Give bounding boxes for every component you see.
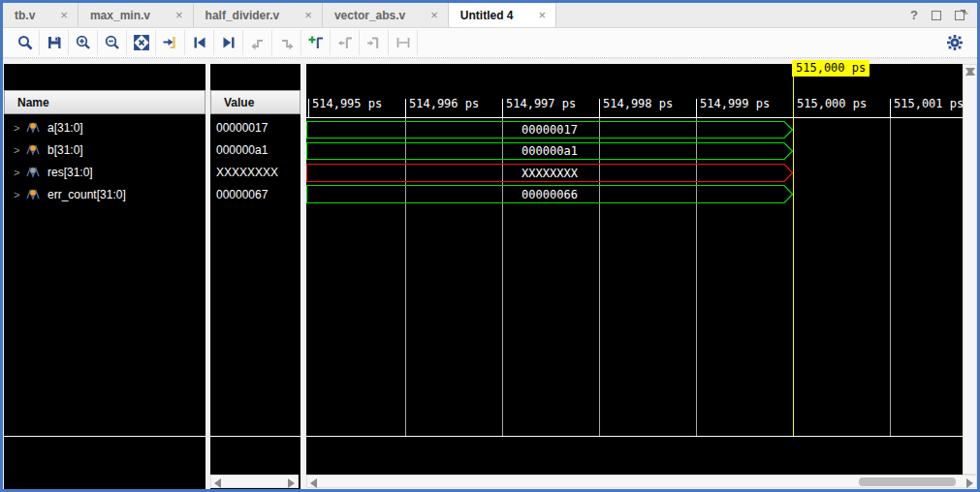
scroll-right-icon[interactable] <box>966 478 973 488</box>
wave-window-body: Name > a[31:0] > b[31:0] > <box>3 59 977 489</box>
search-button[interactable] <box>11 30 40 55</box>
tab-max-min-v[interactable]: max_min.v × <box>79 3 194 27</box>
value-column-header[interactable]: Value <box>210 90 300 114</box>
time-ruler[interactable]: 514,995 ps 514,996 ps 514,997 ps 514,998… <box>306 97 963 118</box>
expand-icon[interactable]: > <box>14 144 21 156</box>
previous-marker-icon <box>336 34 354 51</box>
bus-signal-icon <box>26 166 42 178</box>
signal-row-res[interactable]: > res[31:0] <box>4 161 205 183</box>
value-horizontal-scrollbar[interactable] <box>210 475 299 488</box>
close-icon[interactable]: × <box>175 8 183 22</box>
zoom-fit-button[interactable] <box>127 30 156 55</box>
tab-label: half_divider.v <box>205 9 280 22</box>
signal-name-panel: Name > a[31:0] > b[31:0] > <box>4 64 205 489</box>
signal-name: b[31:0] <box>47 143 83 157</box>
previous-transition-button[interactable] <box>185 30 214 55</box>
signal-value: XXXXXXXX <box>210 161 300 183</box>
zoom-fit-icon <box>133 34 150 51</box>
next-edge-button <box>272 30 301 55</box>
wave-toolbar <box>3 28 977 58</box>
signal-value: 00000067 <box>210 183 300 205</box>
next-marker-button <box>360 30 389 55</box>
signal-row-err-count[interactable]: > err_count[31:0] <box>4 183 205 205</box>
signal-name: err_count[31:0] <box>47 188 126 201</box>
signal-value: 00000017 <box>210 116 300 138</box>
save-waveform-button[interactable] <box>40 30 69 55</box>
gear-icon <box>946 34 964 51</box>
bus-value-label: XXXXXXXX <box>522 167 579 180</box>
panel-divider-line <box>210 436 300 437</box>
scroll-left-icon[interactable] <box>310 478 317 488</box>
tab-half-divider-v[interactable]: half_divider.v × <box>194 3 323 27</box>
search-icon <box>16 34 34 51</box>
next-transition-icon <box>220 34 237 51</box>
close-icon[interactable]: × <box>430 8 438 22</box>
go-to-cursor-icon <box>162 34 179 51</box>
close-icon[interactable]: × <box>304 8 312 22</box>
close-icon[interactable]: × <box>60 8 68 22</box>
zoom-out-button[interactable] <box>98 30 127 55</box>
expand-icon[interactable]: > <box>14 122 21 134</box>
bus-value-label: 000000a1 <box>522 144 578 158</box>
waveform-viewer-window: tb.v × max_min.v × half_divider.v × vect… <box>0 0 980 492</box>
tab-untitled-4[interactable]: Untitled 4 × <box>449 3 556 27</box>
tab-label: Untitled 4 <box>460 9 514 22</box>
wave-horizontal-scrollbar[interactable] <box>306 475 977 488</box>
wave-vertical-scrollbar[interactable] <box>963 64 977 475</box>
scroll-left-icon[interactable] <box>214 478 221 488</box>
tab-label: vector_abs.v <box>334 9 405 22</box>
signal-row-b[interactable]: > b[31:0] <box>4 138 205 161</box>
tab-bar: tb.v × max_min.v × half_divider.v × vect… <box>3 3 977 28</box>
float-window-icon[interactable] <box>955 10 965 20</box>
signal-value-panel: Value 00000017 000000a1 XXXXXXXX 0000006… <box>210 64 300 489</box>
expand-icon[interactable]: > <box>14 189 21 200</box>
tab-tb-v[interactable]: tb.v × <box>3 3 79 27</box>
maximize-icon[interactable] <box>932 11 941 20</box>
previous-edge-icon <box>249 34 267 51</box>
settings-button[interactable] <box>940 30 969 55</box>
tick-label: 515,000 ps <box>797 97 867 110</box>
add-marker-button[interactable] <box>301 30 331 55</box>
tick-label: 515,001 ps <box>894 97 963 110</box>
previous-transition-icon <box>191 34 208 51</box>
signal-name: res[31:0] <box>47 166 93 179</box>
signal-row-a[interactable]: > a[31:0] <box>4 116 205 138</box>
add-marker-icon <box>307 34 325 51</box>
signal-value: 000000a1 <box>210 138 300 161</box>
value-header-label: Value <box>224 96 254 109</box>
next-edge-icon <box>278 34 296 51</box>
window-controls: ? <box>910 3 977 27</box>
previous-edge-button <box>243 30 272 55</box>
help-icon[interactable]: ? <box>910 8 918 22</box>
zoom-in-button[interactable] <box>69 30 98 55</box>
next-transition-button[interactable] <box>214 30 243 55</box>
next-marker-icon <box>365 34 383 51</box>
previous-marker-button <box>331 30 360 55</box>
scrollbar-thumb[interactable] <box>859 477 956 486</box>
panel-divider-line <box>4 436 205 437</box>
bus-signal-icon <box>26 143 42 156</box>
scroll-right-icon[interactable] <box>288 478 295 488</box>
name-header-label: Name <box>17 96 49 109</box>
tick-label: 514,996 ps <box>409 97 479 110</box>
waveform-plot: 514,995 ps 514,996 ps 514,997 ps 514,998… <box>306 64 963 475</box>
bus-value-label: 00000066 <box>522 188 578 201</box>
cursor-time-badge[interactable]: 515,000 ps <box>792 60 869 77</box>
measure-icon <box>395 34 412 51</box>
tick-label: 514,998 ps <box>603 97 673 110</box>
name-column-header[interactable]: Name <box>4 90 205 114</box>
measure-button <box>389 30 418 55</box>
tab-vector-abs-v[interactable]: vector_abs.v × <box>323 3 449 27</box>
tab-label: tb.v <box>15 9 35 22</box>
save-icon <box>46 34 63 51</box>
go-to-cursor-button[interactable] <box>156 30 185 55</box>
scroll-down-icon[interactable] <box>965 68 975 75</box>
waveform-panel: 514,995 ps 514,996 ps 514,997 ps 514,998… <box>306 64 977 489</box>
waveform-canvas[interactable]: 514,995 ps 514,996 ps 514,997 ps 514,998… <box>306 64 963 475</box>
tick-label: 514,999 ps <box>700 97 770 110</box>
signal-name: a[31:0] <box>47 121 83 135</box>
tick-label: 514,995 ps <box>312 97 382 110</box>
expand-icon[interactable]: > <box>14 167 21 178</box>
close-icon[interactable]: × <box>539 8 547 22</box>
grid-lines <box>406 118 891 436</box>
